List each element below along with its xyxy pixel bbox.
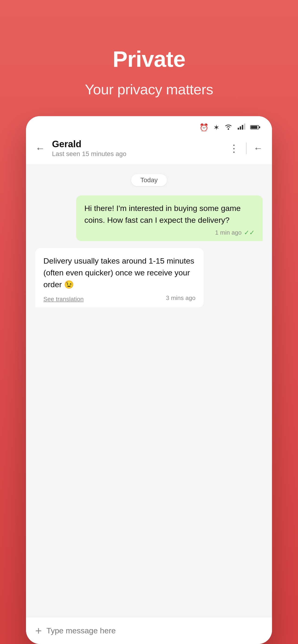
quick-reply-icon[interactable]: ←	[253, 143, 263, 154]
message-input[interactable]	[47, 626, 263, 635]
outgoing-message-meta: 1 min ago ✓✓	[84, 229, 255, 236]
read-receipt-icon: ✓✓	[244, 229, 255, 236]
header-divider	[246, 142, 246, 154]
svg-rect-1	[238, 128, 239, 130]
svg-rect-4	[244, 124, 245, 130]
incoming-message-meta: See translation 3 mins ago	[43, 293, 195, 303]
see-translation-link[interactable]: See translation	[43, 296, 84, 303]
status-bar: ⏰ ✶	[26, 116, 272, 134]
message-outgoing: Hi there! I'm interested in buying some …	[76, 196, 263, 241]
date-badge-wrap: Today	[35, 174, 263, 186]
bluetooth-icon: ✶	[213, 123, 219, 132]
outgoing-message-text: Hi there! I'm interested in buying some …	[84, 202, 255, 226]
hero-title: Private	[113, 46, 185, 72]
svg-rect-6	[251, 126, 257, 129]
signal-icon	[237, 123, 245, 132]
empty-chat-area	[35, 314, 263, 608]
hero-section: Private Your privacy matters	[85, 0, 213, 116]
contact-info: Gerald Last seen 15 minutes ago	[52, 139, 224, 158]
wifi-icon	[224, 123, 232, 132]
chat-header: ← Gerald Last seen 15 minutes ago ⋮ ←	[26, 134, 272, 165]
svg-rect-2	[240, 126, 241, 130]
back-button[interactable]: ←	[35, 143, 45, 154]
outgoing-message-time: 1 min ago	[215, 229, 242, 236]
header-actions: ⋮ ←	[229, 142, 263, 154]
hero-subtitle: Your privacy matters	[85, 81, 213, 98]
battery-icon	[250, 123, 260, 132]
message-incoming: Delivery usually takes around 1-15 minut…	[35, 248, 203, 308]
svg-rect-3	[242, 125, 243, 130]
svg-rect-7	[259, 126, 260, 128]
contact-status: Last seen 15 minutes ago	[52, 150, 224, 158]
add-attachment-icon[interactable]: +	[35, 624, 42, 637]
incoming-message-time: 3 mins ago	[166, 294, 195, 302]
alarm-icon: ⏰	[199, 123, 209, 132]
chat-input-bar: +	[26, 617, 272, 644]
more-options-icon[interactable]: ⋮	[229, 142, 239, 154]
date-badge: Today	[131, 174, 167, 186]
chat-body: Today Hi there! I'm interested in buying…	[26, 165, 272, 617]
incoming-message-text: Delivery usually takes around 1-15 minut…	[43, 255, 195, 290]
svg-point-0	[228, 128, 229, 130]
contact-name: Gerald	[52, 139, 224, 149]
phone-mockup: ⏰ ✶ ←	[26, 116, 272, 644]
